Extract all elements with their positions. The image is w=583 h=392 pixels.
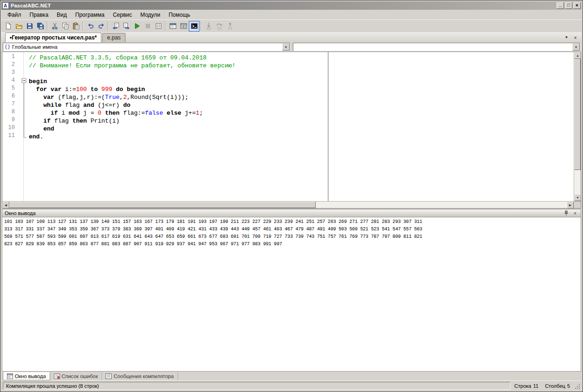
code-line[interactable]: 9 if flag then Print(i): [2, 116, 328, 124]
output-line: 313 317 331 337 347 349 353 359 367 373 …: [4, 226, 579, 233]
gutter-separator: [23, 52, 24, 201]
toolbar: [1, 20, 582, 32]
output-window-body[interactable]: 101 103 107 109 113 127 131 137 139 149 …: [2, 217, 581, 372]
new-file-icon: [5, 22, 12, 30]
step-into-button[interactable]: [203, 21, 214, 32]
watch-window-button[interactable]: [167, 21, 178, 32]
code-editor-pane[interactable]: 1// PascalABC.NET 3.3.5, сборка 1659 от …: [2, 52, 328, 201]
menu-modules[interactable]: Модули: [136, 11, 165, 19]
menu-help[interactable]: Помощь: [165, 11, 194, 19]
scroll-up-icon[interactable]: ▲: [574, 52, 581, 59]
app-logo-icon: A: [2, 2, 9, 9]
new-file-button[interactable]: [3, 21, 13, 32]
line-number: 8: [2, 108, 18, 116]
minimize-button[interactable]: _: [556, 2, 564, 9]
dropdown-arrow-icon[interactable]: ▼: [282, 43, 290, 51]
menu-file[interactable]: Файл: [3, 11, 26, 19]
cut-button[interactable]: [49, 21, 60, 32]
code-line[interactable]: 1// PascalABC.NET 3.3.5, сборка 1659 от …: [2, 53, 328, 61]
dropdown-arrow-icon[interactable]: ▼: [572, 43, 580, 51]
tab-compiler-messages[interactable]: Сообщения компилятора: [102, 372, 178, 380]
code-rows: 1// PascalABC.NET 3.3.5, сборка 1659 от …: [2, 53, 328, 140]
code-line[interactable]: 8 if i mod j = 0 then flag:=false else j…: [2, 108, 328, 116]
code-line[interactable]: 6 var (flag,j,r):=(True,2,Round(Sqrt(i))…: [2, 92, 328, 100]
redo-button[interactable]: [96, 21, 106, 32]
run-icon: [133, 22, 141, 30]
line-number: 2: [2, 61, 18, 69]
tabstrip-controls: ▼ ×: [563, 34, 579, 42]
save-all-button[interactable]: [35, 21, 46, 32]
bottom-tab-label: Окно вывода: [15, 373, 46, 379]
tab-output-window[interactable]: Окно вывода: [3, 372, 50, 380]
open-file-button[interactable]: [13, 21, 24, 32]
output-window-title: Окно вывода: [5, 210, 561, 216]
tab-e-pas[interactable]: e.pas: [102, 33, 125, 42]
members-combobox[interactable]: ▼: [293, 43, 580, 51]
line-number: 4: [2, 77, 18, 85]
show-output-button[interactable]: [189, 21, 199, 32]
code-line[interactable]: 7 while flag and (j<=r) do: [2, 100, 328, 108]
tab-prime-generator[interactable]: •Генератор простых чисел.pas*: [5, 33, 101, 42]
global-names-combobox[interactable]: {} Глобальные имена ▼: [3, 43, 290, 51]
output-window-header[interactable]: Окно вывода ×: [2, 209, 581, 217]
menu-program[interactable]: Программа: [71, 11, 109, 19]
editor-main: 1// PascalABC.NET 3.3.5, сборка 1659 от …: [2, 52, 581, 201]
compiler-tab-icon: [106, 373, 112, 379]
paste-button[interactable]: [71, 21, 81, 32]
vscroll-track[interactable]: [574, 59, 581, 194]
scroll-right-icon[interactable]: ▶: [567, 202, 574, 209]
pin-icon[interactable]: [563, 210, 570, 216]
code-line[interactable]: 2// Внимание! Если программа не работает…: [2, 61, 328, 69]
step-over-button[interactable]: [214, 21, 225, 32]
editor-horizontal-scrollbar[interactable]: ◀ ▶: [2, 201, 581, 208]
code-line[interactable]: 10 end: [2, 124, 328, 132]
bottom-tab-label: Список ошибок: [62, 373, 98, 379]
breakpoints-grid-button[interactable]: [153, 21, 164, 32]
code-line[interactable]: 5 for var i:=100 to 999 do begin: [2, 85, 328, 92]
output-tab-icon: [7, 373, 13, 379]
editor-vertical-scrollbar[interactable]: ▲ ▼: [574, 52, 581, 201]
cut-icon: [51, 22, 59, 30]
resize-grip-icon[interactable]: [575, 384, 581, 390]
code-line[interactable]: 11end.: [2, 132, 328, 140]
copy-icon: [62, 22, 69, 30]
maximize-button[interactable]: □: [565, 2, 572, 9]
output-line: 569 571 577 587 593 599 601 607 613 617 …: [4, 233, 579, 241]
tab-list-dropdown-icon[interactable]: ▼: [563, 34, 570, 41]
save-file-button[interactable]: [24, 21, 35, 32]
tab-close-icon[interactable]: ×: [572, 34, 579, 41]
copy-button[interactable]: [60, 21, 71, 32]
stop-button[interactable]: [142, 21, 153, 32]
fold-end-icon: [21, 132, 27, 140]
tab-error-list[interactable]: Список ошибок: [50, 372, 102, 380]
code-text: var (flag,j,r):=(True,2,Round(Sqrt(i)));: [27, 94, 188, 101]
scroll-left-icon[interactable]: ◀: [2, 202, 9, 209]
window-controls: _ □ ×: [556, 2, 581, 9]
scroll-down-icon[interactable]: ▼: [574, 194, 581, 201]
vscroll-thumb[interactable]: [574, 59, 581, 170]
menu-edit[interactable]: Правка: [26, 11, 53, 19]
close-button[interactable]: ×: [573, 2, 581, 9]
code-text: // PascalABC.NET 3.3.5, сборка 1659 от 0…: [27, 54, 206, 61]
menu-service[interactable]: Сервис: [109, 11, 136, 19]
fold-mid-icon: [21, 116, 27, 124]
nav-back-button[interactable]: [110, 21, 121, 32]
output-close-icon[interactable]: ×: [572, 210, 578, 216]
fold-start-icon[interactable]: [21, 77, 27, 85]
title-bar[interactable]: A PascalABC.NET _ □ ×: [1, 1, 582, 10]
secondary-editor-pane[interactable]: [329, 52, 574, 201]
fold-mid-icon: [21, 85, 27, 92]
modules-window-button[interactable]: [178, 21, 189, 32]
line-value: 11: [533, 383, 538, 389]
step-out-button[interactable]: [225, 21, 235, 32]
output-line: 823 827 829 839 853 857 859 863 877 881 …: [4, 241, 579, 248]
nav-forward-button[interactable]: [121, 21, 132, 32]
run-button[interactable]: [132, 21, 142, 32]
modules-window-icon: [180, 22, 187, 30]
hscroll-thumb[interactable]: [9, 202, 316, 208]
hscroll-track[interactable]: [9, 202, 567, 208]
code-line[interactable]: 3: [2, 69, 328, 77]
undo-button[interactable]: [85, 21, 96, 32]
menu-view[interactable]: Вид: [53, 11, 71, 19]
code-line[interactable]: 4begin: [2, 77, 328, 85]
